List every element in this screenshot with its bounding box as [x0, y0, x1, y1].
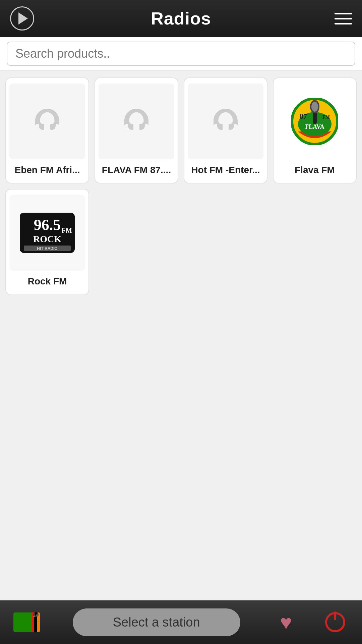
svg-text:FM: FM [61, 227, 72, 234]
station-grid: Eben FM Afri... FLAVA FM 87.... [5, 77, 357, 295]
bottom-bar: 🦅 Select a station ♥ [0, 600, 362, 644]
svg-text:HIT RADIO: HIT RADIO [37, 246, 57, 251]
play-icon [18, 12, 28, 24]
headphone-icon [32, 106, 62, 137]
zambia-flag-icon: 🦅 [13, 612, 40, 632]
svg-text:🦅: 🦅 [32, 613, 40, 620]
app-title: Radios [151, 8, 211, 29]
svg-point-5 [311, 102, 318, 112]
svg-text:ROCK: ROCK [33, 234, 61, 244]
heart-icon: ♥ [280, 611, 292, 634]
power-button[interactable] [322, 609, 349, 636]
svg-text:96.5: 96.5 [34, 216, 61, 233]
station-grid-area: Eben FM Afri... FLAVA FM 87.... [0, 71, 362, 600]
search-input[interactable] [7, 42, 355, 66]
station-image-hot-fm [188, 84, 263, 159]
favorites-button[interactable]: ♥ [273, 609, 299, 636]
select-station-label: Select a station [113, 615, 200, 629]
headphone-icon-2 [121, 106, 152, 137]
svg-text:FLAVA: FLAVA [305, 123, 324, 130]
station-image-eben-fm [9, 84, 85, 159]
station-image-flava-fm: FLAVA 87 FM [277, 84, 353, 159]
svg-text:FM: FM [322, 115, 330, 120]
menu-button[interactable] [328, 6, 352, 31]
station-card-hot-fm[interactable]: Hot FM -Enter... [184, 77, 267, 183]
select-station-button[interactable]: Select a station [73, 608, 240, 636]
station-image-rock-fm: 96.5 ROCK FM HIT RADIO [9, 195, 85, 271]
station-name-flava-fm-87: FLAVA FM 87.... [102, 164, 171, 176]
header-play-button[interactable] [10, 6, 34, 31]
search-container [0, 37, 362, 71]
menu-icon-line1 [335, 13, 352, 14]
flava-fm-logo: FLAVA 87 FM [277, 84, 353, 159]
station-card-flava-fm-87[interactable]: FLAVA FM 87.... [95, 77, 178, 183]
station-card-flava-fm[interactable]: FLAVA 87 FM Flava FM [273, 77, 357, 183]
svg-text:87: 87 [300, 112, 307, 120]
app-header: Radios [0, 0, 362, 37]
station-card-eben-fm[interactable]: Eben FM Afri... [5, 77, 89, 183]
station-name-rock-fm: Rock FM [28, 275, 67, 287]
station-name-flava-fm: Flava FM [295, 164, 335, 176]
headphone-icon-3 [210, 106, 241, 137]
station-image-flava-fm-87 [99, 84, 174, 159]
menu-icon-line2 [335, 18, 352, 19]
power-icon [325, 612, 345, 632]
station-name-eben-fm: Eben FM Afri... [15, 164, 80, 176]
station-name-hot-fm: Hot FM -Enter... [191, 164, 260, 176]
rock-fm-logo: 96.5 ROCK FM HIT RADIO [9, 195, 85, 271]
station-card-rock-fm[interactable]: 96.5 ROCK FM HIT RADIO Rock FM [5, 189, 89, 295]
menu-icon-line3 [335, 23, 352, 24]
